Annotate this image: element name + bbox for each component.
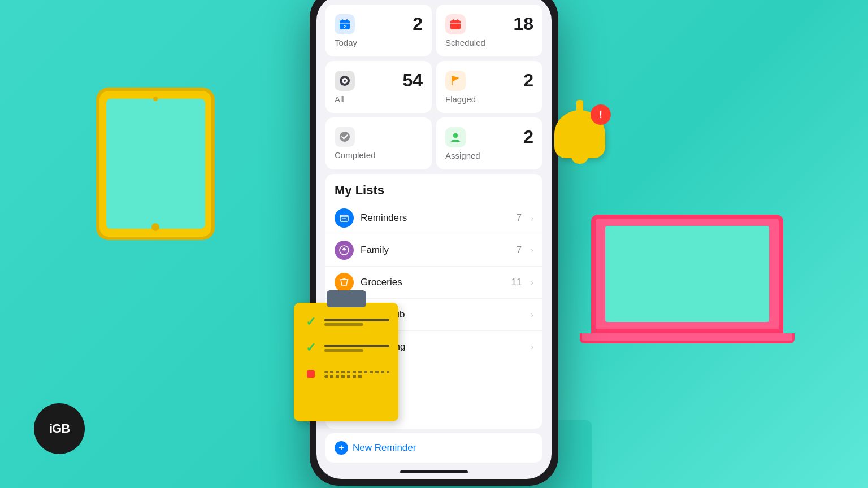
clipboard-clip	[327, 290, 366, 307]
dash-3a	[324, 371, 389, 373]
svg-point-19	[343, 248, 346, 251]
all-icon	[335, 71, 355, 91]
flagged-icon	[445, 71, 466, 91]
card-assigned[interactable]: 2 Assigned	[436, 117, 542, 169]
top-grid: 2 2 Today	[316, 0, 552, 169]
reminders-name: Reminders	[361, 212, 510, 224]
my-lists-title: My Lists	[326, 174, 542, 202]
today-label: Today	[335, 38, 423, 47]
clipboard-row-2: ✓	[303, 340, 389, 356]
home-bar	[400, 470, 468, 473]
gardening-chevron: ›	[531, 342, 533, 351]
scheduled-count: 18	[513, 14, 533, 34]
svg-rect-6	[453, 19, 454, 21]
laptop-screen-inner	[605, 226, 769, 322]
dash-3b	[324, 375, 363, 378]
today-icon: 2	[335, 14, 355, 34]
clipboard-dashes-3	[324, 371, 389, 378]
dash-2b	[324, 349, 363, 352]
today-count: 2	[413, 14, 423, 34]
home-indicator	[316, 467, 552, 479]
laptop-screen	[591, 215, 783, 333]
assigned-label: Assigned	[445, 151, 533, 160]
svg-point-13	[453, 133, 458, 138]
dash-2a	[324, 345, 389, 347]
igb-logo: iGB	[34, 403, 85, 454]
completed-label: Completed	[335, 150, 423, 160]
flagged-count: 2	[523, 70, 533, 91]
igb-logo-text: iGB	[49, 421, 70, 436]
svg-rect-1	[342, 19, 343, 21]
clipboard-check-2: ✓	[303, 340, 319, 356]
svg-rect-3	[340, 23, 350, 24]
reminders-icon	[335, 208, 354, 228]
check-icon-2: ✓	[306, 341, 316, 355]
clipboard-body: ✓ ✓	[294, 303, 398, 421]
laptop-base	[580, 333, 795, 343]
clipboard-decoration: ✓ ✓	[294, 290, 398, 420]
dash-1a	[324, 319, 389, 321]
reminders-chevron: ›	[531, 213, 533, 223]
all-count: 54	[402, 70, 423, 91]
family-chevron: ›	[531, 246, 533, 255]
card-completed[interactable]: Completed	[326, 117, 432, 169]
laptop-device-right	[580, 215, 795, 361]
svg-rect-8	[450, 23, 461, 24]
new-reminder-text: New Reminder	[353, 442, 416, 454]
groceries-name: Groceries	[361, 277, 504, 288]
svg-text:2: 2	[344, 24, 346, 29]
list-item-reminders[interactable]: Reminders 7 ›	[326, 202, 542, 234]
groceries-count: 11	[511, 277, 522, 288]
assigned-count: 2	[523, 127, 533, 147]
new-reminder-plus-icon: +	[335, 441, 348, 455]
svg-rect-7	[457, 19, 458, 21]
family-name: Family	[361, 245, 510, 256]
svg-point-12	[340, 132, 350, 142]
completed-icon	[335, 127, 355, 147]
clipboard-check-1: ✓	[303, 314, 319, 330]
family-count: 7	[517, 245, 522, 256]
groceries-chevron: ›	[531, 278, 533, 287]
clipboard-row-3	[303, 366, 389, 382]
groceries-icon	[335, 273, 354, 292]
book-club-chevron: ›	[531, 310, 533, 319]
clipboard-check-3	[303, 366, 319, 382]
bell-body: !	[554, 110, 605, 158]
new-reminder-bar[interactable]: + New Reminder	[326, 433, 542, 463]
tablet-screen-left	[106, 99, 205, 229]
assigned-icon	[445, 127, 466, 147]
svg-rect-2	[346, 19, 348, 21]
bell-badge: !	[591, 104, 611, 125]
card-today[interactable]: 2 2 Today	[326, 5, 432, 56]
notification-bell: !	[554, 110, 605, 158]
check-box-red	[307, 370, 315, 378]
tablet-device-left	[96, 88, 215, 240]
card-flagged[interactable]: 2 Flagged	[436, 61, 542, 113]
card-all[interactable]: 54 All	[326, 61, 432, 113]
check-icon-1: ✓	[306, 315, 316, 329]
card-scheduled[interactable]: 18 Scheduled	[436, 5, 542, 56]
clipboard-dashes-2	[324, 345, 389, 352]
clipboard-row-1: ✓	[303, 314, 389, 330]
svg-rect-5	[450, 20, 461, 29]
family-icon	[335, 241, 354, 260]
all-label: All	[335, 94, 423, 104]
reminders-count: 7	[517, 212, 522, 224]
scheduled-icon	[445, 14, 466, 34]
scheduled-label: Scheduled	[445, 38, 533, 47]
list-item-family[interactable]: Family 7 ›	[326, 234, 542, 267]
clipboard-dashes-1	[324, 319, 389, 326]
flagged-label: Flagged	[445, 94, 533, 104]
dash-1b	[324, 323, 363, 326]
svg-point-11	[344, 80, 346, 82]
